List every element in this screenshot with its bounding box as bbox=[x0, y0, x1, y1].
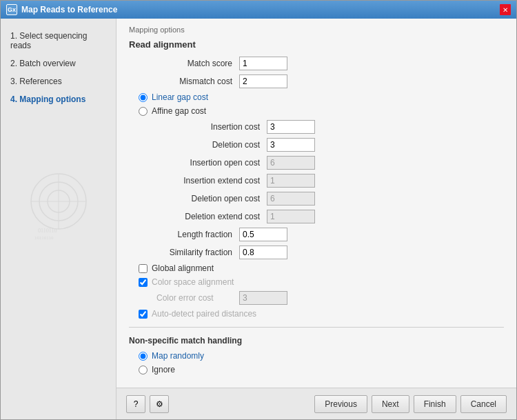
color-error-cost-row: Color error cost bbox=[129, 291, 504, 305]
deletion-extend-cost-row: Deletion extend cost bbox=[129, 210, 504, 223]
length-fraction-input[interactable] bbox=[239, 228, 287, 241]
match-score-input[interactable] bbox=[239, 57, 287, 70]
sidebar-item-references[interactable]: 3. References bbox=[1, 72, 116, 90]
map-randomly-row: Map randomly bbox=[129, 351, 504, 361]
main-window: Gx Map Reads to Reference ✕ 1. Select se… bbox=[0, 0, 517, 420]
app-icon: Gx bbox=[6, 4, 17, 15]
deletion-cost-label: Deletion cost bbox=[156, 140, 267, 150]
color-space-label[interactable]: Color space alignment bbox=[152, 277, 234, 287]
svg-text:10110110: 10110110 bbox=[34, 235, 54, 241]
titlebar: Gx Map Reads to Reference ✕ bbox=[1, 1, 516, 19]
sidebar-item-batch-overview[interactable]: 2. Batch overview bbox=[1, 54, 116, 72]
sidebar-logo: 0110110 10110110 bbox=[1, 150, 116, 253]
deletion-open-cost-input[interactable] bbox=[267, 192, 315, 206]
next-button[interactable]: Next bbox=[372, 395, 409, 413]
linear-gap-label[interactable]: Linear gap cost bbox=[152, 92, 208, 102]
finish-button[interactable]: Finish bbox=[414, 395, 456, 413]
match-score-label: Match score bbox=[129, 59, 239, 68]
deletion-open-cost-label: Deletion open cost bbox=[156, 194, 267, 203]
deletion-cost-row: Deletion cost bbox=[129, 138, 504, 152]
auto-detect-label[interactable]: Auto-detect paired distances bbox=[152, 309, 256, 319]
color-error-cost-input[interactable] bbox=[239, 291, 287, 305]
global-alignment-row: Global alignment bbox=[129, 263, 504, 273]
similarity-fraction-label: Similarity fraction bbox=[129, 248, 239, 257]
insertion-open-cost-row: Insertion open cost bbox=[129, 156, 504, 170]
color-space-checkbox[interactable] bbox=[139, 278, 148, 287]
svg-text:0110110: 0110110 bbox=[38, 228, 57, 234]
previous-button[interactable]: Previous bbox=[314, 395, 367, 413]
close-button[interactable]: ✕ bbox=[500, 4, 511, 15]
section-title: Mapping options bbox=[129, 26, 504, 34]
mismatch-cost-input[interactable] bbox=[239, 74, 287, 88]
map-randomly-label[interactable]: Map randomly bbox=[152, 351, 204, 361]
footer-right: Previous Next Finish Cancel bbox=[314, 395, 507, 413]
similarity-fraction-row: Similarity fraction bbox=[129, 246, 504, 259]
main-panel: Mapping options Read alignment Match sco… bbox=[116, 19, 516, 419]
window-title: Map Reads to Reference bbox=[21, 5, 496, 14]
global-alignment-label[interactable]: Global alignment bbox=[152, 263, 214, 273]
match-score-row: Match score bbox=[129, 57, 504, 70]
footer-left: ? ⚙ bbox=[126, 395, 169, 413]
color-space-row: Color space alignment bbox=[129, 277, 504, 287]
non-specific-section: Non-specific match handling Map randomly… bbox=[129, 336, 504, 374]
ignore-radio[interactable] bbox=[139, 366, 148, 374]
linear-gap-cost-row: Linear gap cost bbox=[129, 92, 504, 102]
sidebar: 1. Select sequencing reads 2. Batch over… bbox=[1, 19, 116, 419]
auto-detect-row: Auto-detect paired distances bbox=[129, 309, 504, 319]
ignore-label[interactable]: Ignore bbox=[152, 365, 175, 374]
insertion-extend-cost-label: Insertion extend cost bbox=[156, 176, 267, 186]
main-content: Mapping options Read alignment Match sco… bbox=[116, 19, 516, 388]
cancel-button[interactable]: Cancel bbox=[460, 395, 507, 413]
affine-gap-radio[interactable] bbox=[139, 107, 148, 116]
non-specific-title: Non-specific match handling bbox=[129, 336, 504, 346]
affine-gap-label[interactable]: Affine gap cost bbox=[152, 106, 206, 116]
insertion-open-cost-input[interactable] bbox=[267, 156, 315, 170]
read-alignment-header: Read alignment bbox=[129, 39, 504, 50]
insertion-extend-cost-input[interactable] bbox=[267, 174, 315, 188]
footer: ? ⚙ Previous Next Finish Cancel bbox=[116, 388, 516, 419]
content-area: 1. Select sequencing reads 2. Batch over… bbox=[1, 19, 516, 419]
deletion-extend-cost-label: Deletion extend cost bbox=[156, 212, 267, 221]
length-fraction-row: Length fraction bbox=[129, 228, 504, 241]
insertion-cost-label: Insertion cost bbox=[156, 122, 267, 132]
settings-icon: ⚙ bbox=[156, 399, 163, 409]
settings-button[interactable]: ⚙ bbox=[150, 395, 169, 413]
deletion-open-cost-row: Deletion open cost bbox=[129, 192, 504, 206]
separator bbox=[129, 327, 504, 328]
insertion-extend-cost-row: Insertion extend cost bbox=[129, 174, 504, 188]
map-randomly-radio[interactable] bbox=[139, 352, 148, 361]
insertion-cost-row: Insertion cost bbox=[129, 120, 504, 134]
insertion-cost-input[interactable] bbox=[267, 120, 315, 134]
similarity-fraction-input[interactable] bbox=[239, 246, 287, 259]
linear-gap-radio[interactable] bbox=[139, 93, 148, 102]
ignore-row: Ignore bbox=[129, 365, 504, 374]
insertion-open-cost-label: Insertion open cost bbox=[156, 158, 267, 168]
sidebar-item-select-sequencing-reads[interactable]: 1. Select sequencing reads bbox=[1, 27, 116, 54]
mismatch-cost-label: Mismatch cost bbox=[129, 77, 239, 86]
global-alignment-checkbox[interactable] bbox=[139, 264, 148, 273]
deletion-cost-input[interactable] bbox=[267, 138, 315, 152]
mismatch-cost-row: Mismatch cost bbox=[129, 74, 504, 88]
auto-detect-checkbox[interactable] bbox=[139, 310, 148, 319]
color-error-cost-label: Color error cost bbox=[156, 293, 239, 303]
deletion-extend-cost-input[interactable] bbox=[267, 210, 315, 223]
help-icon: ? bbox=[134, 399, 139, 409]
affine-gap-cost-row: Affine gap cost bbox=[129, 106, 504, 116]
help-button[interactable]: ? bbox=[126, 395, 145, 413]
length-fraction-label: Length fraction bbox=[129, 230, 239, 239]
sidebar-item-mapping-options[interactable]: 4. Mapping options bbox=[1, 90, 116, 108]
